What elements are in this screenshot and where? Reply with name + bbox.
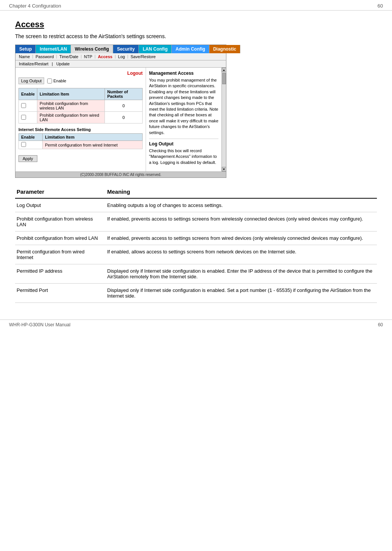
param-row-prohibit-wireless: Prohibit configuration from wireless LAN… bbox=[15, 212, 377, 232]
main-panel: Logout Log Output Enable Enable bbox=[15, 68, 146, 171]
inet-col-limitation: Limitation Item bbox=[43, 134, 143, 141]
param-row-prohibit-wired: Prohibit configuration from wired LAN If… bbox=[15, 232, 377, 245]
internet-table-section: Enable Limitation Item Permit configurat… bbox=[18, 133, 143, 149]
log-text: Checking this box will record "Managemen… bbox=[149, 148, 218, 165]
parameters-section: Parameter Meaning Log Output Enabling ou… bbox=[15, 185, 377, 303]
param-meaning-prohibit-wired: If enabled, prevents access to settings … bbox=[106, 232, 377, 245]
param-row-permitted-ip: Permitted IP address Displayed only if I… bbox=[15, 264, 377, 284]
router-body: Logout Log Output Enable Enable bbox=[15, 68, 226, 171]
logout-link[interactable]: Logout bbox=[127, 71, 143, 76]
row1-item: Prohibit configuration from wireless LAN bbox=[37, 100, 105, 112]
sub-nav-saverestore[interactable]: Save/Restore bbox=[129, 54, 158, 59]
nav-wireless-config[interactable]: Wireless Config bbox=[71, 45, 113, 53]
row2-checkbox[interactable] bbox=[21, 115, 26, 120]
row2-item: Prohibit configuration from wired LAN bbox=[37, 112, 105, 123]
log-title: Log Output bbox=[149, 141, 218, 147]
scroll-thumb[interactable] bbox=[222, 73, 226, 84]
param-name-permitted-port: Permitted Port bbox=[15, 284, 106, 303]
param-name-logoutput: Log Output bbox=[15, 198, 106, 212]
table-row: Prohibit configuration from wireless LAN… bbox=[19, 100, 143, 112]
section-title: Access bbox=[15, 20, 377, 29]
params-col-parameter: Parameter bbox=[15, 185, 106, 198]
params-col-meaning: Meaning bbox=[106, 185, 377, 198]
row2-packets: 0 bbox=[105, 112, 143, 123]
params-header-row: Parameter Meaning bbox=[15, 185, 377, 198]
param-row-permitted-port: Permitted Port Displayed only if Interne… bbox=[15, 284, 377, 303]
nav-setup[interactable]: Setup bbox=[15, 45, 36, 53]
log-output-label: Log Output bbox=[18, 77, 44, 84]
sub-nav-password[interactable]: Password bbox=[34, 54, 55, 59]
table-row: Prohibit configuration from wired LAN 0 bbox=[19, 112, 143, 123]
param-name-permit-wired: Permit configuration from wired Internet bbox=[15, 245, 106, 264]
param-meaning-permitted-ip: Displayed only if Internet side configur… bbox=[106, 264, 377, 284]
nav-admin-config[interactable]: Admin Config bbox=[172, 45, 209, 53]
sub-nav: Name| Password| Time/Date| NTP| Access| … bbox=[15, 53, 226, 60]
enable-checkbox[interactable] bbox=[47, 79, 52, 83]
params-table: Parameter Meaning Log Output Enabling ou… bbox=[15, 185, 377, 303]
internet-config-table: Enable Limitation Item Permit configurat… bbox=[18, 133, 143, 149]
footer-manual: WHR-HP-G300N User Manual bbox=[9, 322, 71, 327]
sub-nav2-update[interactable]: Update bbox=[54, 61, 71, 66]
param-name-prohibit-wireless: Prohibit configuration from wireless LAN bbox=[15, 212, 106, 232]
inet-row1-enable[interactable] bbox=[19, 141, 43, 149]
col-limitation: Limitation Item bbox=[37, 88, 105, 100]
table-row: Permit configuration from wired Internet bbox=[19, 141, 143, 149]
sub-nav-access[interactable]: Access bbox=[96, 54, 114, 59]
log-output-row: Log Output Enable bbox=[18, 77, 143, 84]
enable-label: Enable bbox=[53, 79, 66, 83]
inet-row1-item: Permit configuration from wired Internet bbox=[43, 141, 143, 149]
content-area: Access The screen to restrict access to … bbox=[0, 11, 392, 312]
scroll-up-button[interactable]: ▲ bbox=[222, 68, 226, 72]
sub-nav2-initialize[interactable]: Initialize/Restart bbox=[17, 61, 50, 66]
page-footer: WHR-HP-G300N User Manual 60 bbox=[0, 319, 392, 330]
row1-enable[interactable] bbox=[19, 100, 37, 112]
sub-nav2: Initialize/Restart | Update bbox=[15, 60, 226, 68]
management-text: You may prohibit management of the AirSt… bbox=[149, 77, 218, 136]
internet-section-header: Internet Side Remote Access Setting bbox=[18, 127, 143, 132]
row1-packets: 0 bbox=[105, 100, 143, 112]
nav-diagnostic[interactable]: Diagnostic bbox=[209, 45, 240, 53]
param-meaning-permit-wired: If enabled, allows access to settings sc… bbox=[106, 245, 377, 264]
management-title: Management Access bbox=[149, 71, 218, 76]
main-table-section: Enable Limitation Item Number of Packets… bbox=[18, 88, 143, 123]
router-ui-screenshot: Setup Internet/LAN Wireless Config Secur… bbox=[15, 45, 226, 178]
sub-nav-log[interactable]: Log bbox=[116, 54, 127, 59]
logout-row: Logout bbox=[18, 71, 143, 76]
param-name-prohibit-wired: Prohibit configuration from wired LAN bbox=[15, 232, 106, 245]
col-packets: Number of Packets bbox=[105, 88, 143, 100]
apply-button[interactable]: Apply bbox=[18, 155, 37, 162]
param-meaning-logoutput: Enabling outputs a log of changes to acc… bbox=[106, 198, 377, 212]
page-number-top: 60 bbox=[378, 3, 383, 9]
sub-nav-timedate[interactable]: Time/Date bbox=[57, 54, 80, 59]
scrollbar[interactable]: ▲ ▼ bbox=[221, 68, 226, 171]
inet-col-enable: Enable bbox=[19, 134, 43, 141]
param-row-logoutput: Log Output Enabling outputs a log of cha… bbox=[15, 198, 377, 212]
section-desc: The screen to restrict access to the Air… bbox=[15, 33, 377, 39]
scroll-down-button[interactable]: ▼ bbox=[222, 167, 226, 171]
sub-nav-ntp[interactable]: NTP bbox=[82, 54, 94, 59]
param-name-permitted-ip: Permitted IP address bbox=[15, 264, 106, 284]
row2-enable[interactable] bbox=[19, 112, 37, 123]
nav-lan-config[interactable]: LAN Config bbox=[139, 45, 172, 53]
row1-checkbox[interactable] bbox=[21, 103, 26, 108]
main-config-table: Enable Limitation Item Number of Packets… bbox=[18, 88, 143, 123]
side-panel-container: Management Access You may prohibit manag… bbox=[146, 68, 226, 171]
page-header: Chapter 4 Configuration 60 bbox=[0, 0, 392, 11]
side-divider bbox=[149, 139, 218, 139]
nav-security[interactable]: Security bbox=[113, 45, 139, 53]
footer-page: 60 bbox=[378, 322, 383, 327]
param-meaning-prohibit-wireless: If enabled, prevents access to settings … bbox=[106, 212, 377, 232]
router-footer: (C)2000-2008 BUFFALO INC All rights rese… bbox=[15, 171, 226, 177]
chapter-title: Chapter 4 Configuration bbox=[9, 3, 61, 9]
nav-bar: Setup Internet/LAN Wireless Config Secur… bbox=[15, 45, 226, 53]
sub-nav-name[interactable]: Name bbox=[17, 54, 32, 59]
side-panel: Management Access You may prohibit manag… bbox=[146, 68, 221, 171]
nav-internet-lan[interactable]: Internet/LAN bbox=[36, 45, 71, 53]
inet-row1-checkbox[interactable] bbox=[21, 142, 26, 147]
enable-checkbox-label[interactable]: Enable bbox=[47, 79, 66, 83]
col-enable: Enable bbox=[19, 88, 37, 100]
param-row-permit-wired: Permit configuration from wired Internet… bbox=[15, 245, 377, 264]
param-meaning-permitted-port: Displayed only if Internet side configur… bbox=[106, 284, 377, 303]
